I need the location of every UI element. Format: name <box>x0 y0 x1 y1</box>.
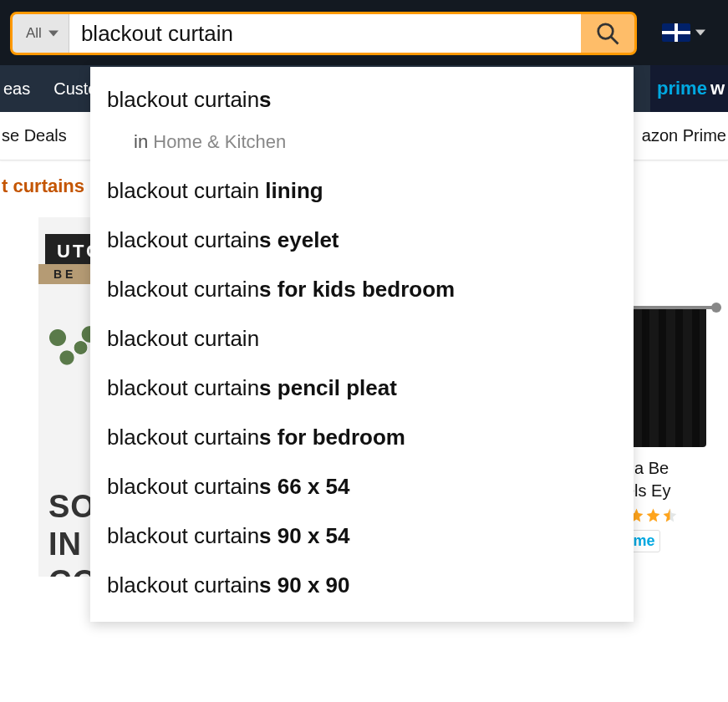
search-suggestions-dropdown: blackout curtains in Home & Kitchen blac… <box>90 67 634 622</box>
suggestion-item[interactable]: blackout curtains 90 x 90 <box>90 561 634 610</box>
suggestion-item[interactable]: blackout curtain lining <box>90 166 634 216</box>
tab-prime[interactable]: azon Prime <box>642 126 726 145</box>
suggestion-item[interactable]: blackout curtains for bedroom <box>90 413 634 462</box>
locale-selector[interactable] <box>662 23 705 42</box>
caret-down-icon <box>48 28 59 38</box>
suggestion-department[interactable]: in Home & Kitchen <box>90 125 634 166</box>
search-input[interactable] <box>69 14 581 53</box>
svg-line-1 <box>611 37 619 44</box>
prime-logo-text: prime <box>657 78 707 99</box>
search-category-label: All <box>26 25 42 42</box>
suggestion-item[interactable]: blackout curtains pencil pleat <box>90 364 634 413</box>
suggestion-item[interactable]: blackout curtains <box>90 75 634 125</box>
star-half-icon <box>662 507 678 523</box>
suggestion-item[interactable]: blackout curtains 90 x 54 <box>90 511 634 561</box>
search-icon <box>595 21 620 46</box>
prime-week-banner[interactable]: prime w <box>650 65 728 112</box>
svg-point-0 <box>598 24 613 39</box>
suggestion-item[interactable]: blackout curtain <box>90 314 634 364</box>
prime-week-text: w <box>710 78 725 99</box>
nav-link[interactable]: eas <box>3 79 30 99</box>
uk-flag-icon <box>662 23 690 42</box>
tab-deals[interactable]: se Deals <box>2 126 67 145</box>
search-category-dropdown[interactable]: All <box>13 14 69 53</box>
suggestion-item[interactable]: blackout curtains eyelet <box>90 216 634 265</box>
caret-down-icon <box>695 28 705 38</box>
brand-logo-sub: BE <box>38 264 91 284</box>
search-button[interactable] <box>581 14 634 53</box>
star-icon <box>645 507 661 523</box>
suggestion-item[interactable]: blackout curtains for kids bedroom <box>90 265 634 314</box>
search-bar: All <box>10 12 637 55</box>
suggestion-item[interactable]: blackout curtains 66 x 54 <box>90 462 634 511</box>
